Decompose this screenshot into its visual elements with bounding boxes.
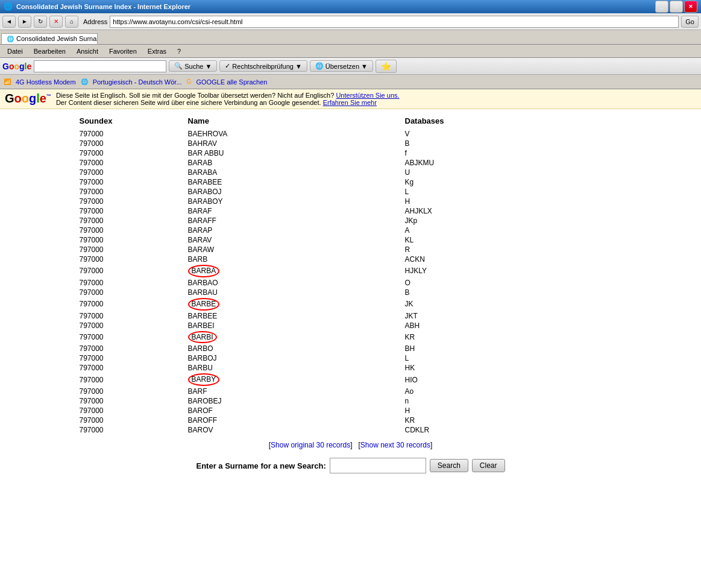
close-button[interactable]: ✕	[684, 1, 697, 13]
rechtschreibung-button[interactable]: ✓ Rechtschreibprüfung ▼	[219, 60, 307, 72]
name-cell: BARBA	[188, 264, 405, 278]
back-button[interactable]: ◄	[2, 16, 16, 28]
name-cell: BARAP	[188, 226, 405, 235]
surname-search-input[interactable]	[330, 458, 426, 473]
stop-button[interactable]: ✕	[49, 16, 63, 28]
bookmark-icon2: 🌐	[81, 78, 88, 85]
soundex-cell: 797000	[80, 344, 188, 353]
name-cell: BARF	[188, 387, 405, 396]
bottom-links: [Show original 30 records] [Show next 30…	[12, 435, 689, 454]
soundex-cell: 797000	[80, 311, 188, 321]
databases-cell: A	[405, 226, 622, 235]
tab-favicon: 🌐	[7, 36, 14, 42]
databases-cell: V	[405, 129, 622, 139]
table-row: 797000BAROVCDKLR	[80, 425, 622, 435]
menu-ansicht[interactable]: Ansicht	[72, 46, 103, 56]
name-cell: BARBOJ	[188, 353, 405, 363]
menu-favoriten[interactable]: Favoriten	[104, 46, 142, 56]
table-row: 797000BARBACKN	[80, 254, 622, 264]
search-icon: 🔍	[174, 62, 183, 70]
databases-cell: ACKN	[405, 254, 622, 264]
databases-cell: O	[405, 278, 622, 288]
databases-cell: n	[405, 396, 622, 406]
bookmarks-bar: 📶 4G Hostless Modem 🌐 Portugiesisch - De…	[0, 75, 701, 89]
google-search-input[interactable]	[34, 60, 166, 72]
dropdown-icon2: ▼	[295, 63, 302, 70]
soundex-cell: 797000	[80, 245, 188, 254]
translation-link2[interactable]: Erfahren Sie mehr	[323, 99, 377, 106]
show-original-link[interactable]: Show original 30 records	[271, 441, 350, 449]
bookmark-icon3: G	[187, 78, 192, 85]
ie-icon: 🌐	[4, 2, 13, 11]
table-row: 797000BARBEJK	[80, 297, 622, 311]
forward-button[interactable]: ►	[18, 16, 31, 28]
table-row: 797000BARBAHJKLY	[80, 264, 622, 278]
table-row: 797000BARBAUB	[80, 288, 622, 297]
bookmark-google-alle[interactable]: GOOGLE alle Sprachen	[196, 78, 267, 86]
databases-cell: B	[405, 139, 622, 148]
translation-message: Diese Seite ist Englisch. Soll sie mit d…	[56, 92, 275, 99]
table-row: 797000BARFAo	[80, 387, 622, 396]
table-row: 797000BARBOBH	[80, 344, 622, 353]
table-row: 797000BARAWR	[80, 245, 622, 254]
menu-extras[interactable]: Extras	[143, 46, 171, 56]
name-cell: BARAFF	[188, 216, 405, 226]
col-header-databases: Databases	[405, 115, 622, 129]
name-cell: BARABOY	[188, 197, 405, 206]
databases-cell: L	[405, 353, 622, 363]
table-row: 797000BARBYHIO	[80, 373, 622, 387]
table-row: 797000BAR ABBUf	[80, 148, 622, 158]
menu-help[interactable]: ?	[172, 46, 186, 56]
databases-cell: ABH	[405, 321, 622, 330]
name-cell: BARAW	[188, 245, 405, 254]
name-cell: BARAB	[188, 158, 405, 168]
translation-link1[interactable]: Unterstützen Sie uns.	[336, 92, 399, 99]
databases-cell: HK	[405, 363, 622, 373]
window-title: Consolidated Jewish Surname Index - Inte…	[16, 3, 190, 10]
table-row: 797000BARBOJL	[80, 353, 622, 363]
google-suche-button[interactable]: 🔍 Suche ▼	[169, 60, 217, 72]
show-next-link[interactable]: Show next 30 records	[360, 441, 430, 449]
databases-cell: ABJKMU	[405, 158, 622, 168]
table-row: 797000BARABEEKg	[80, 177, 622, 187]
name-cell: BARB	[188, 254, 405, 264]
minimize-button[interactable]: _	[655, 1, 668, 13]
star-button[interactable]: ⭐	[376, 60, 397, 73]
uebersetzen-button[interactable]: 🌐 Übersetzen ▼	[310, 60, 373, 72]
soundex-cell: 797000	[80, 129, 188, 139]
soundex-cell: 797000	[80, 288, 188, 297]
bookmark-portugiesisch[interactable]: Portugiesisch - Deutsch Wör...	[93, 78, 182, 86]
bookmark-hostless[interactable]: 4G Hostless Modem	[16, 78, 76, 86]
table-row: 797000BARABAU	[80, 168, 622, 177]
address-input[interactable]	[110, 16, 679, 28]
databases-cell: Kg	[405, 177, 622, 187]
go-button[interactable]: Go	[681, 16, 699, 28]
table-row: 797000BARBAOO	[80, 278, 622, 288]
table-row: 797000BAEHROVAV	[80, 129, 622, 139]
clear-button[interactable]: Clear	[472, 459, 505, 472]
menu-bearbeiten[interactable]: Bearbeiten	[29, 46, 71, 56]
active-tab[interactable]: 🌐 Consolidated Jewish Surnam... x	[1, 33, 98, 44]
menu-bar: Datei Bearbeiten Ansicht Favoriten Extra…	[0, 45, 701, 58]
home-button[interactable]: ⌂	[65, 16, 78, 28]
name-cell: BARBEI	[188, 321, 405, 330]
menu-datei[interactable]: Datei	[2, 46, 28, 56]
databases-cell: Ao	[405, 387, 622, 396]
databases-cell: HJKLY	[405, 264, 622, 278]
translation-detail: Der Content dieser sicheren Seite wird ü…	[56, 99, 321, 106]
search-button[interactable]: Search	[430, 459, 468, 472]
databases-cell: AHJKLX	[405, 206, 622, 216]
restore-button[interactable]: □	[670, 1, 683, 13]
databases-cell: CDKLR	[405, 425, 622, 435]
soundex-cell: 797000	[80, 235, 188, 245]
table-row: 797000BAROFH	[80, 406, 622, 416]
databases-cell: U	[405, 168, 622, 177]
bookmark-icon1: 📶	[4, 78, 11, 85]
refresh-button[interactable]: ↻	[34, 16, 47, 28]
soundex-cell: 797000	[80, 206, 188, 216]
not-english: Nicht auf Englisch?	[277, 92, 334, 99]
name-cell: BARBE	[188, 297, 405, 311]
table-row: 797000BARAVKL	[80, 235, 622, 245]
soundex-cell: 797000	[80, 396, 188, 406]
name-cell: BARABOJ	[188, 187, 405, 197]
